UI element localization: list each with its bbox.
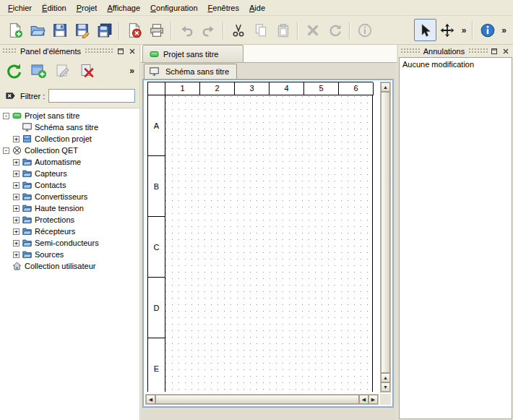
scroll-up-button[interactable]: ▲ (381, 82, 390, 92)
tree-item-protections[interactable]: + Protections (0, 214, 139, 226)
menu-affichage[interactable]: Affichage (102, 1, 145, 14)
save-button[interactable] (48, 19, 71, 41)
tree-item-label: Schéma sans titre (35, 123, 98, 132)
toolbar-separator (171, 22, 172, 39)
scroll-down-button[interactable]: ▼ (381, 382, 390, 392)
float-dock-button[interactable] (115, 46, 126, 56)
redo-button[interactable] (197, 19, 220, 41)
menu-projet[interactable]: Projet (72, 1, 103, 14)
info-button[interactable] (353, 19, 376, 41)
tab-schema-sans-titre[interactable]: Schéma sans titre (144, 64, 237, 79)
tree-item-convertisseurs[interactable]: + Convertisseurs (0, 191, 139, 202)
clear-filter-icon[interactable] (4, 90, 17, 102)
about-button[interactable] (476, 19, 499, 41)
panel-toolbar-extension-button[interactable]: » (126, 66, 137, 76)
scroll-left-button[interactable]: ◀ (359, 395, 368, 404)
delete-icon (305, 22, 321, 38)
move-mode-button[interactable] (436, 19, 459, 41)
elements-panel-toolbar: » (0, 57, 139, 84)
undo-button[interactable] (175, 19, 197, 41)
edit-element-button[interactable] (51, 59, 74, 82)
vertical-scrollbar[interactable]: ▲ ▲ ▼ (380, 82, 391, 393)
copy-button[interactable] (249, 19, 272, 41)
tree-item-collection-utilisateur[interactable]: Collection utilisateur (0, 260, 139, 272)
tree-item-schema[interactable]: Schéma sans titre (0, 121, 139, 133)
tree-item-automatisme[interactable]: + Automatisme (0, 156, 139, 168)
row-header: D (148, 278, 165, 338)
menu-edition[interactable]: Édition (37, 1, 72, 14)
project-icon (150, 50, 159, 59)
dock-titlebar[interactable]: Annulations (398, 45, 513, 57)
expand-expander-icon[interactable]: + (13, 228, 20, 235)
scrollbar-corner (380, 394, 391, 405)
tree-item-sources[interactable]: + Sources (0, 249, 139, 260)
dock-titlebar[interactable]: Panel d'éléments (0, 45, 139, 57)
rotate-icon (327, 22, 343, 38)
scroll-up-button[interactable]: ▲ (381, 373, 390, 382)
toolbar-extension-button[interactable]: » (459, 25, 470, 35)
collapse-expander-icon[interactable]: - (3, 113, 9, 119)
save-all-button[interactable] (93, 19, 116, 41)
toolbar-extension-button[interactable]: » (499, 25, 509, 35)
tree-item-semi-conducteurs[interactable]: + Semi-conducteurs (0, 237, 139, 249)
collection-icon (22, 134, 32, 143)
menu-fenetres[interactable]: Fenêtres (203, 1, 244, 14)
expand-expander-icon[interactable]: + (13, 136, 20, 142)
menu-configuration[interactable]: Configuration (145, 1, 202, 14)
print-button[interactable] (145, 19, 168, 41)
delete-element-button[interactable] (76, 59, 99, 82)
undo-history-list[interactable]: Aucune modification (399, 57, 512, 419)
tree-item-recepteurs[interactable]: + Récepteurs (0, 226, 139, 237)
tree-item-haute-tension[interactable]: + Haute tension (0, 202, 139, 214)
project-tabbar: Projet sans titre (141, 45, 397, 63)
collapse-expander-icon[interactable]: - (3, 147, 9, 154)
cut-button[interactable] (227, 19, 249, 41)
column-ruler: 1 2 3 4 5 6 (165, 82, 374, 95)
horizontal-scrollbar[interactable]: ◀ ◀ ▶ (145, 394, 379, 405)
tree-item-collection-qet[interactable]: - Collection QET (0, 145, 139, 156)
new-project-button[interactable] (4, 19, 26, 41)
expand-expander-icon[interactable]: + (13, 182, 20, 189)
menu-aide[interactable]: Aide (244, 1, 270, 14)
scroll-left-button[interactable]: ◀ (146, 395, 155, 404)
tab-projet-sans-titre[interactable]: Projet sans titre (142, 45, 243, 62)
row-header: A (148, 95, 165, 156)
open-project-button[interactable] (26, 19, 48, 41)
save-as-button[interactable] (71, 19, 93, 41)
tree-item-collection-projet[interactable]: + Collection projet (0, 133, 139, 145)
grid-dots (165, 95, 372, 392)
print-icon (149, 22, 165, 38)
tree-item-label: Sources (35, 250, 64, 259)
scroll-right-button[interactable]: ▶ (368, 395, 378, 404)
expand-expander-icon[interactable]: + (13, 205, 20, 212)
qet-collection-icon (12, 146, 22, 155)
expand-expander-icon[interactable]: + (13, 171, 20, 177)
new-element-button[interactable] (27, 59, 50, 82)
horizontal-scroll-thumb[interactable] (155, 395, 359, 404)
expand-expander-icon[interactable]: + (13, 194, 20, 200)
close-dock-button[interactable] (126, 46, 137, 56)
tree-item-capteurs[interactable]: + Capteurs (0, 168, 139, 179)
expand-expander-icon[interactable]: + (13, 159, 20, 166)
vertical-scroll-thumb[interactable] (381, 92, 390, 373)
filter-input[interactable] (48, 89, 135, 103)
diagram-canvas[interactable]: 1 2 3 4 5 6 A B C D E (147, 82, 373, 392)
elements-tree[interactable]: - Projet sans titre Schéma sans titre + … (0, 108, 139, 420)
paste-button[interactable] (272, 19, 294, 41)
close-project-button[interactable] (123, 19, 145, 41)
delete-button[interactable] (301, 19, 324, 41)
tree-item-contacts[interactable]: + Contacts (0, 179, 139, 191)
float-dock-button[interactable] (488, 46, 499, 56)
expand-expander-icon[interactable]: + (13, 252, 20, 258)
select-mode-button[interactable] (414, 19, 436, 41)
filter-row: Filtrer : (0, 84, 139, 108)
rotate-button[interactable] (324, 19, 346, 41)
tree-item-project[interactable]: - Projet sans titre (0, 110, 139, 121)
expand-expander-icon[interactable]: + (13, 217, 20, 223)
reload-collections-button[interactable] (2, 59, 25, 82)
column-header: 6 (339, 82, 374, 95)
close-dock-button[interactable] (500, 46, 511, 56)
menu-fichier[interactable]: Fichier (3, 1, 37, 14)
workspace: Panel d'éléments » Filtrer : - Projet sa… (0, 45, 513, 420)
expand-expander-icon[interactable]: + (13, 240, 20, 247)
